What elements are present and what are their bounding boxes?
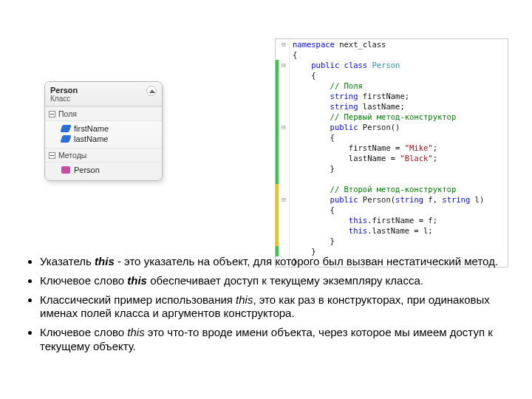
- method-label: Person: [74, 166, 100, 174]
- code-line: string firstName;: [276, 91, 508, 101]
- list-item: Ключевое слово this это что-то вроде име…: [40, 326, 502, 354]
- class-name: Person: [50, 86, 146, 95]
- field-label: firstName: [74, 124, 109, 133]
- class-kind: Класс: [50, 95, 146, 103]
- list-item: Классический пример использования this, …: [40, 293, 502, 321]
- code-line: ⊟ public class Person: [276, 60, 508, 70]
- code-line: lastName = "Black";: [276, 153, 508, 163]
- code-line: firstName = "Mike";: [276, 143, 508, 153]
- code-line: this.firstName = f;: [276, 215, 508, 225]
- code-line: }: [276, 236, 508, 246]
- section-fields-label: Поля: [58, 109, 77, 118]
- code-line: // Первый метод-конструктор: [276, 112, 508, 122]
- code-line: this.lastName = l;: [276, 225, 508, 236]
- code-line: {: [276, 205, 508, 215]
- collapse-icon[interactable]: [146, 86, 157, 96]
- code-editor: ⊟namespace next_class{⊟ public class Per…: [275, 38, 508, 267]
- field-icon: [60, 135, 71, 143]
- section-fields-header[interactable]: Поля: [45, 106, 162, 121]
- code-line: }: [276, 163, 508, 174]
- code-line: ⊟ public Person(string f, string l): [276, 194, 508, 205]
- list-item: Ключевое слово this обеспечивает доступ …: [40, 274, 502, 288]
- section-methods-header[interactable]: Методы: [45, 148, 162, 163]
- code-line: string lastName;: [276, 101, 508, 112]
- code-line: {: [276, 50, 508, 60]
- method-item[interactable]: Person: [45, 165, 162, 175]
- field-item[interactable]: firstName: [45, 123, 162, 134]
- class-diagram-card: Person Класс Поля firstNamelastName Мето…: [44, 81, 163, 181]
- method-icon: [61, 166, 70, 174]
- code-line: ⊟namespace next_class: [276, 39, 508, 50]
- field-label: lastName: [74, 134, 108, 143]
- code-line: {: [276, 70, 508, 81]
- code-line: ⊟ public Person(): [276, 122, 508, 132]
- minus-icon: [49, 111, 55, 117]
- code-line: {: [276, 132, 508, 143]
- field-icon: [60, 125, 71, 132]
- field-item[interactable]: lastName: [45, 134, 162, 144]
- code-line: // Поля: [276, 81, 508, 91]
- code-line: [276, 174, 508, 184]
- minus-icon: [49, 152, 55, 159]
- list-item: Указатель this - это указатель на объект…: [40, 255, 502, 269]
- code-line: // Второй метод-конструктор: [276, 184, 508, 194]
- slide-bullets: Указатель this - это указатель на объект…: [22, 255, 502, 359]
- section-methods-label: Методы: [58, 151, 86, 160]
